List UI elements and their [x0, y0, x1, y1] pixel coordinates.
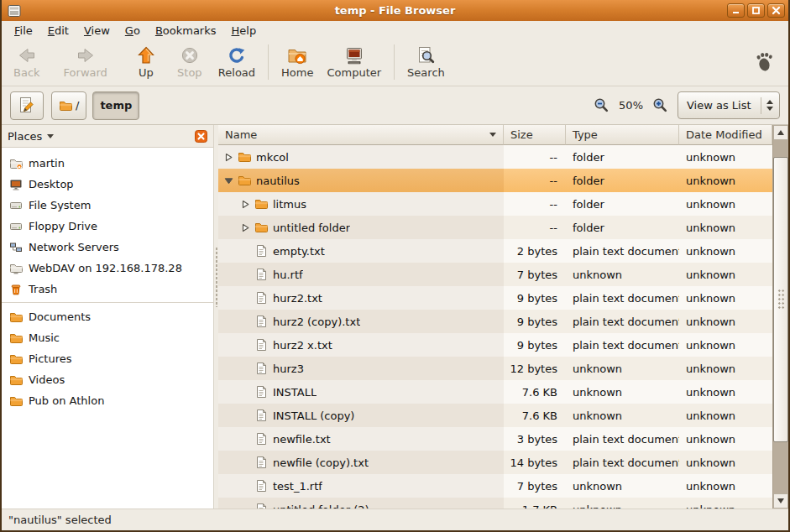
zoom-level: 50% [619, 99, 643, 112]
zoom-in-icon[interactable] [652, 97, 668, 113]
sidebar-item-desktop[interactable]: Desktop [2, 174, 213, 195]
computer-icon [344, 45, 364, 65]
table-row[interactable]: nautilus--folderunknown [218, 169, 772, 192]
expander-collapsed-icon[interactable] [239, 223, 251, 232]
menu-view[interactable]: View [76, 22, 118, 39]
table-row[interactable]: hurz2.txt9 bytesplain text documentunkno… [218, 286, 772, 310]
sidebar-item-label: Documents [29, 310, 91, 323]
column-header-label: Date Modified [686, 128, 762, 141]
up-button[interactable]: Up [124, 42, 168, 82]
sidebar-item-martin[interactable]: martin [2, 153, 213, 174]
file-browser-window: temp - File Browser FileEditViewGoBookma… [0, 0, 790, 532]
table-row[interactable]: untitled folder--folderunknown [218, 216, 772, 239]
size-cell: -- [504, 216, 566, 239]
stop-icon [180, 45, 200, 65]
close-button[interactable] [767, 3, 785, 18]
file-name: INSTALL (copy) [273, 409, 354, 422]
path-button-temp[interactable]: temp [92, 91, 139, 120]
text-file-icon [254, 385, 268, 399]
type-cell: plain text document [566, 427, 679, 451]
sidebar-header[interactable]: Places [2, 125, 213, 148]
sidebar-item-videos[interactable]: Videos [2, 369, 213, 390]
name-cell: test_1.rtf [218, 474, 504, 498]
view-as-selector[interactable]: View as List [678, 91, 780, 119]
menu-file[interactable]: File [7, 22, 40, 39]
table-row[interactable]: empty.txt2 bytesplain text documentunkno… [218, 239, 772, 263]
type-cell: unknown [566, 263, 679, 286]
table-row[interactable]: hurz2 (copy).txt9 bytesplain text docume… [218, 310, 772, 333]
sidebar-item-floppy-drive[interactable]: Floppy Drive [2, 216, 213, 237]
table-row[interactable]: INSTALL (copy)7.6 KBunknownunknown [218, 404, 772, 427]
scrollbar-thumb[interactable] [773, 157, 788, 442]
home-folder-badge-icon [287, 45, 307, 65]
reload-button[interactable]: Reload [212, 42, 262, 82]
size-cell: 7.6 KB [504, 404, 566, 427]
sidebar-item-label: Pictures [29, 352, 71, 365]
table-row[interactable]: INSTALL7.6 KBunknownunknown [218, 380, 772, 404]
menu-go[interactable]: Go [118, 22, 148, 39]
type-cell: plain text document [566, 239, 679, 263]
folder-icon [59, 99, 72, 112]
file-name: newfile.txt [273, 433, 331, 446]
menu-help[interactable]: Help [224, 22, 264, 39]
expander-expanded-icon[interactable] [222, 176, 234, 185]
zoom-out-icon[interactable] [594, 97, 610, 113]
table-row[interactable]: test_1.rtf7 bytesunknownunknown [218, 474, 772, 498]
expander-collapsed-icon[interactable] [222, 153, 234, 162]
name-cell: litmus [218, 192, 504, 216]
toolbar-separator [394, 44, 395, 80]
sidebar-item-label: Trash [29, 283, 57, 295]
table-row[interactable]: newfile.txt3 bytesplain text documentunk… [218, 427, 772, 451]
table-row[interactable]: hurz2 x.txt9 bytesplain text documentunk… [218, 333, 772, 357]
column-header-name[interactable]: Name [218, 125, 504, 145]
expander-collapsed-icon[interactable] [239, 200, 251, 209]
sidebar-item-trash[interactable]: Trash [2, 279, 213, 300]
sidebar-item-file-system[interactable]: File System [2, 195, 213, 216]
table-row[interactable]: litmus--folderunknown [218, 192, 772, 216]
column-header-label: Size [510, 128, 533, 141]
type-cell: plain text document [566, 451, 679, 474]
size-cell: 9 bytes [504, 310, 566, 333]
stop-button: Stop [168, 42, 212, 82]
close-sidebar-icon[interactable] [195, 130, 207, 143]
table-row[interactable]: newfile (copy).txt14 bytesplain text doc… [218, 451, 772, 474]
menubar: FileEditViewGoBookmarksHelp [2, 21, 788, 40]
type-cell: plain text document [566, 286, 679, 310]
sidebar-item-webdav-on-192-168-178-28[interactable]: WebDAV on 192.168.178.28 [2, 258, 213, 279]
sidebar-item-music[interactable]: Music [2, 327, 213, 348]
status-text: "nautilus" selected [8, 514, 112, 526]
scroll-down-button[interactable] [773, 493, 788, 509]
sidebar-item-network-servers[interactable]: Network Servers [2, 237, 213, 258]
folder-icon [9, 310, 23, 324]
table-row[interactable]: hu.rtf7 bytesunknownunknown [218, 263, 772, 286]
name-cell: hurz2 x.txt [218, 333, 504, 357]
menu-edit[interactable]: Edit [40, 22, 76, 39]
size-cell: 1.7 KB [504, 498, 566, 509]
text-file-icon [254, 432, 268, 446]
menu-bookmarks[interactable]: Bookmarks [148, 22, 224, 39]
home-folder-icon [9, 157, 23, 170]
search-button[interactable]: Search [400, 42, 452, 82]
maximize-button[interactable] [747, 3, 765, 18]
size-cell: -- [504, 145, 566, 169]
sidebar-item-documents[interactable]: Documents [2, 306, 213, 327]
scrollbar-trough[interactable] [773, 140, 788, 493]
home-button[interactable]: Home [275, 42, 320, 82]
sidebar-item-pictures[interactable]: Pictures [2, 348, 213, 369]
table-row[interactable]: untitled folder (2)1.7 KBunknownunknown [218, 498, 772, 509]
folder-icon [238, 150, 251, 164]
sidebar-item-pub-on-athlon[interactable]: Pub on Athlon [2, 390, 213, 411]
table-row[interactable]: mkcol--folderunknown [218, 145, 772, 169]
column-header-type[interactable]: Type [566, 125, 679, 145]
toolbar: BackForwardUpStopReloadHomeComputerSearc… [2, 40, 788, 86]
statusbar: "nautilus" selected [2, 509, 788, 530]
column-header-date-modified[interactable]: Date Modified [679, 125, 772, 145]
path-button-[interactable]: / [51, 91, 86, 120]
scroll-up-button[interactable] [773, 125, 788, 140]
column-header-size[interactable]: Size [504, 125, 566, 145]
table-row[interactable]: hurz312 bytesunknownunknown [218, 357, 772, 380]
minimize-button[interactable] [727, 3, 745, 18]
pane-resize-handle[interactable] [213, 125, 218, 509]
toggle-location-entry-button[interactable] [10, 91, 44, 120]
computer-button[interactable]: Computer [320, 42, 388, 82]
